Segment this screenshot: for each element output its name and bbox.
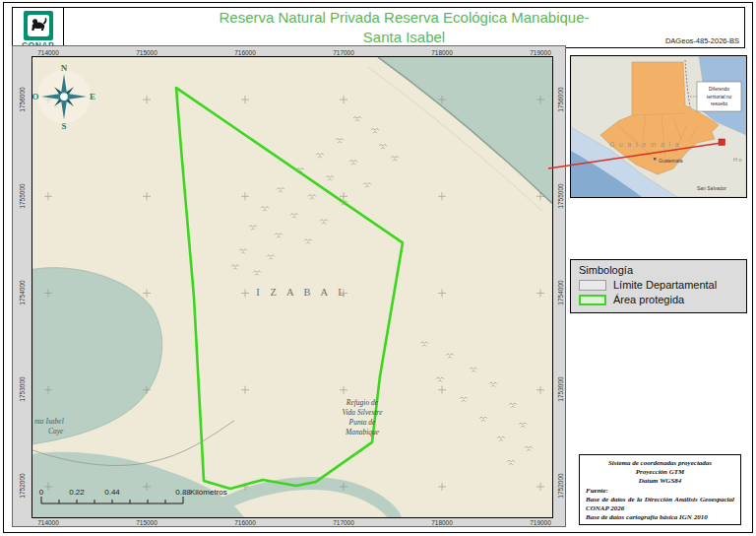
page-title-line1: Reserva Natural Privada Reserva Ecológic… [219,8,589,28]
legend-item-departmental: Límite Departamental [579,279,738,291]
capital-city-dot [654,158,656,160]
axis-label: 714000 [37,519,59,526]
honduras-label: H o [733,157,742,163]
legend: Simbología Límite Departamental Área pro… [570,259,747,313]
axis-label: 717000 [333,48,354,55]
svg-text:0.88: 0.88 [175,488,191,497]
compass-south-label: S [61,121,66,131]
axis-label: 715000 [136,519,158,526]
source-label: Fuente: [586,487,734,496]
svg-text:Refugio de: Refugio de [346,398,379,407]
main-map: I Z A B A L Refugio de Vida Silvestre Pu… [32,56,553,518]
axis-label: 1752000 [19,473,26,498]
protected-area-swatch [579,295,606,305]
legend-item-protected-area: Área protegida [579,294,738,305]
capital-city-label: Guatemala [659,158,683,164]
compass-north-label: N [61,63,68,73]
svg-text:resuelto: resuelto [711,101,727,106]
coordinate-system-line: Sistema de coordenadas proyectadas [586,459,734,468]
document-id: DAGeos-485-2026-BS [665,36,739,45]
compass-west-label: O [32,92,39,101]
axis-label: 1754000 [557,280,564,304]
axis-label: 1756000 [19,87,26,111]
svg-text:Caye: Caye [48,427,64,436]
main-map-drawing: I Z A B A L Refugio de Vida Silvestre Pu… [32,57,552,517]
inset-map-drawing: Diferendo territorial no resuelto G u a … [571,56,746,197]
svg-text:Diferendo: Diferendo [709,87,729,92]
svg-text:Vida Silvestre: Vida Silvestre [343,408,384,417]
axis-label: 1753000 [19,376,26,401]
jaguar-icon [28,15,49,36]
axis-label: 1755000 [557,183,564,208]
page-title: Reserva Natural Privada Reserva Ecológic… [64,8,744,47]
axis-label: 718000 [431,48,453,55]
axis-label: 718000 [431,519,453,526]
svg-text:nta Isabel: nta Isabel [34,417,64,426]
title-bar: CONAP Reserva Natural Privada Reserva Ec… [12,7,745,48]
source-info-box: Sistema de coordenadas proyectadas Proye… [579,454,741,525]
axis-label: 714000 [37,48,59,55]
legend-title: Simbología [579,264,738,276]
departmental-boundary-swatch [579,280,606,291]
axis-label: 716000 [234,519,256,526]
svg-text:0.22: 0.22 [69,488,85,497]
datum-line: Datum WGS84 [586,477,734,486]
inset-country-label: G u a t e m a l a [609,141,680,148]
svg-text:0: 0 [39,488,44,497]
map-frame: I Z A B A L Refugio de Vida Silvestre Pu… [12,45,566,527]
axis-label: 1752000 [557,473,564,498]
svg-text:Kilómetros: Kilómetros [190,488,227,497]
axis-label: 717000 [333,519,354,526]
axis-label: 1753000 [557,376,564,401]
svg-text:0.44: 0.44 [104,488,120,497]
axis-label: 715000 [136,48,158,55]
legend-item-label: Límite Departamental [613,279,717,291]
legend-item-label: Área protegida [613,294,684,305]
axis-label: 1756000 [557,87,564,111]
map-document-page: CONAP Reserva Natural Privada Reserva Ec… [0,0,756,536]
axis-label: 1754000 [19,280,26,304]
region-label: I Z A B A L [256,287,347,298]
axis-label: 716000 [234,48,256,55]
san-salvador-label: San Salvador [697,185,726,191]
axis-label: 719000 [530,519,551,526]
inset-map: Diferendo territorial no resuelto G u a … [570,55,747,198]
svg-text:territorial no: territorial no [707,95,732,100]
conap-logo-square [24,11,53,40]
conap-logo: CONAP [13,8,64,47]
source-line-dag: Base de datos de la Dirección Análisis G… [586,496,734,513]
axis-label: 719000 [530,48,551,55]
svg-text:Manabique: Manabique [345,428,380,436]
compass-east-label: E [90,92,95,101]
projection-line: Proyección GTM [586,468,734,477]
source-line-ign: Base de datos cartografía básica IGN 201… [586,513,734,522]
svg-text:Punta de: Punta de [348,418,377,427]
axis-label: 1755000 [19,183,26,208]
